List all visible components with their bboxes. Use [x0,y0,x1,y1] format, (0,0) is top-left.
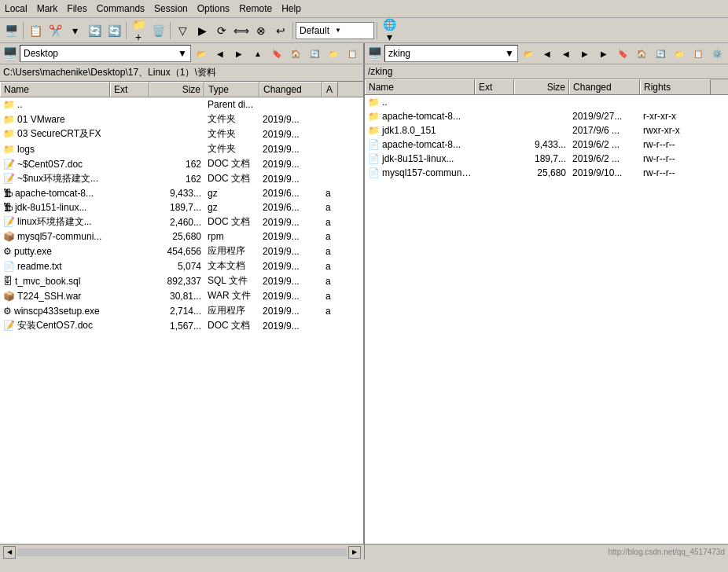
left-open-btn[interactable]: 📂 [193,45,210,62]
left-file-row[interactable]: 📁03 SecureCRT及FX 文件夹 2019/9... [0,126,363,141]
left-file-row[interactable]: 📁logs 文件夹 2019/9... [0,141,363,156]
left-cell-type: rpm [204,231,259,242]
right-file-row[interactable]: 📁apache-tomcat-8... 2019/9/27... r-xr-xr… [365,109,728,123]
profile-dropdown-arrow: ▼ [335,27,370,34]
right-address-input[interactable]: zking ▼ [384,45,518,62]
left-cell-name: ⚙putty.exe [0,246,110,257]
right-forward-btn[interactable]: ▶ [576,45,594,62]
left-file-row[interactable]: 📄readme.txt 5,074 文本文档 2019/9... a [0,258,363,273]
left-bookmark-btn[interactable]: 🔖 [268,45,285,62]
left-col-attr[interactable]: A [322,82,338,97]
left-up-btn[interactable]: ▲ [249,45,267,62]
right-bookmark-btn[interactable]: 🔖 [614,45,631,62]
hidden-btn[interactable]: ▶ [193,21,211,40]
left-cell-type: 应用程序 [204,304,259,317]
move-btn[interactable]: ✂️ [46,21,64,40]
filter-btn[interactable]: ▽ [173,21,192,40]
right-file-row[interactable]: 📄apache-tomcat-8... 9,433... 2019/6/2 ..… [365,138,728,152]
menu-mark[interactable]: Mark [32,2,63,16]
left-file-row[interactable]: 📦T224_SSH.war 30,81... WAR 文件 2019/9... … [0,288,363,303]
right-col-changed[interactable]: Changed [569,79,640,94]
left-file-list[interactable]: 📁.. Parent di... 📁01 VMware 文件夹 2019/9..… [0,97,363,544]
left-file-row[interactable]: 🗜apache-tomcat-8... 9,433... gz 2019/6..… [0,186,363,200]
left-cell-type: gz [204,202,259,213]
toolbar-row1: 🖥️ 📋 ✂️ ▾ 🔄 🔄 📁+ 🗑️ ▽ ▶ ⟳ ⟺ ⊗ ↩ Default … [0,18,728,43]
left-col-type[interactable]: Type [204,82,259,97]
right-file-row[interactable]: 📁jdk1.8.0_151 2017/9/6 ... rwxr-xr-x [365,123,728,138]
left-forward-btn[interactable]: ▶ [230,45,248,62]
left-file-row[interactable]: 📁01 VMware 文件夹 2019/9... [0,112,363,126]
compare-btn[interactable]: ⟺ [232,21,251,40]
right-col-ext[interactable]: Ext [475,79,514,94]
right-forward2-btn[interactable]: ▶ [595,45,612,62]
new-session-btn[interactable]: 🖥️ [2,21,20,40]
menu-files[interactable]: Files [62,2,91,16]
left-cell-type: Parent di... [204,99,259,110]
left-file-panel: C:\Users\machenike\Desktop\17、Linux（1）\资… [0,64,365,544]
right-file-row[interactable]: 📄jdk-8u151-linux... 189,7... 2019/6/2 ..… [365,152,728,166]
new-dir-btn[interactable]: 📁+ [129,21,148,40]
menu-local[interactable]: Local [0,2,32,16]
left-newdir-btn[interactable]: 📁 [325,45,342,62]
left-file-row[interactable]: 📝linux环境搭建文... 2,460... DOC 文档 2019/9...… [0,214,363,229]
menu-options[interactable]: Options [193,2,234,16]
right-extra-btn[interactable]: ⚙️ [708,45,726,62]
left-file-row[interactable]: 🗄t_mvc_book.sql 892,337 SQL 文件 2019/9...… [0,273,363,288]
refresh-left-btn[interactable]: 🔄 [85,21,104,40]
right-newdir-btn[interactable]: 📁 [671,45,688,62]
left-refresh-btn[interactable]: 🔄 [306,45,323,62]
left-col-changed[interactable]: Changed [259,82,322,97]
right-open-btn[interactable]: 📂 [520,45,537,62]
reconnect-btn[interactable]: ↩ [271,21,290,40]
right-file-row[interactable]: 📄mysql157-communi... 25,680 2019/9/10...… [365,166,728,180]
menu-commands[interactable]: Commands [92,2,149,16]
sync-btn[interactable]: ⟳ [212,21,231,40]
left-copy-addr-btn[interactable]: 📋 [344,45,361,62]
right-file-row[interactable]: 📁.. [365,95,728,109]
left-file-row[interactable]: 📦mysql57-communi... 25,680 rpm 2019/9...… [0,229,363,244]
right-file-list[interactable]: 📁.. 📁apache-tomcat-8... 2019/9/27... r-x… [365,95,728,544]
refresh-right-btn[interactable]: 🔄 [105,21,123,40]
left-back-btn[interactable]: ◀ [211,45,229,62]
left-file-row[interactable]: 📁.. Parent di... [0,97,363,112]
left-file-row[interactable]: ⚙winscp433setup.exe 2,714... 应用程序 2019/9… [0,303,363,318]
left-drive-icon: 🖥️ [2,46,18,61]
left-col-size[interactable]: Size [149,82,204,97]
copy-btn[interactable]: 📋 [26,21,45,40]
left-col-name[interactable]: Name [0,82,110,97]
menu-help[interactable]: Help [277,2,306,16]
right-col-size[interactable]: Size [514,79,569,94]
delete-btn[interactable]: 🗑️ [149,21,167,40]
left-file-row[interactable]: 📝安装CentOS7.doc 1,567... DOC 文档 2019/9... [0,318,363,333]
left-cell-type: 应用程序 [204,244,259,258]
left-home-btn[interactable]: 🏠 [287,45,304,62]
profile-icon-btn[interactable]: 🌐▾ [380,21,399,40]
menu-remote[interactable]: Remote [234,2,277,16]
right-refresh-btn[interactable]: 🔄 [652,45,669,62]
right-path-bar: /zking [365,64,728,79]
left-cell-name: 📝安装CentOS7.doc [0,319,110,332]
right-cell-rights: r-xr-xr-x [640,111,711,122]
right-col-name[interactable]: Name [365,79,475,94]
profile-dropdown[interactable]: Default ▼ [296,22,374,39]
left-cell-changed: 2019/9... [259,114,322,125]
left-cell-type: DOC 文档 [204,319,259,332]
right-back-btn[interactable]: ◀ [539,45,556,62]
stop-btn[interactable]: ⊗ [252,21,270,40]
left-file-row[interactable]: 📝~$Cent0S7.doc 162 DOC 文档 2019/9... [0,156,363,171]
left-file-row[interactable]: ⚙putty.exe 454,656 应用程序 2019/9... a [0,244,363,258]
right-back2-btn[interactable]: ◀ [557,45,575,62]
left-col-ext[interactable]: Ext [110,82,149,97]
left-hscroll-right[interactable]: ▶ [348,546,361,559]
left-cell-attr: a [322,306,338,317]
left-file-row[interactable]: 🗜jdk-8u151-linux... 189,7... gz 2019/6..… [0,200,363,214]
right-copy-addr-btn[interactable]: 📋 [689,45,707,62]
left-address-input[interactable]: Desktop ▼ [20,45,191,62]
right-col-rights[interactable]: Rights [640,79,711,94]
toolbar-sep5 [377,22,377,39]
left-hscroll-left[interactable]: ◀ [3,546,16,559]
menu-session[interactable]: Session [149,2,193,16]
dropdown-btn1[interactable]: ▾ [65,21,84,40]
left-file-row[interactable]: 📝~$nux环境搭建文... 162 DOC 文档 2019/9... [0,171,363,186]
right-home-btn[interactable]: 🏠 [633,45,650,62]
